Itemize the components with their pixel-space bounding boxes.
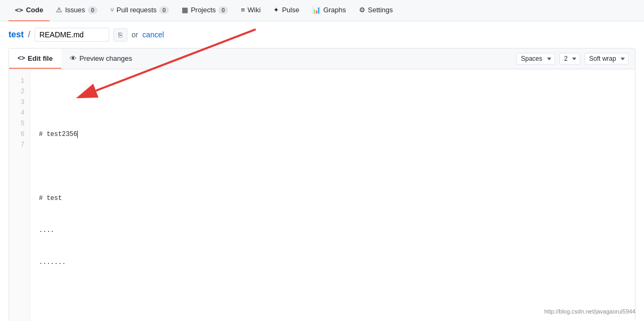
pr-icon: ⑂ — [110, 6, 114, 14]
spaces-select[interactable]: Spaces Tabs — [516, 53, 555, 65]
wiki-icon: ≡ — [241, 6, 245, 14]
code-line-4: # test — [39, 193, 626, 204]
indent-select[interactable]: 2 4 8 — [559, 53, 580, 65]
code-editor[interactable]: # test2356 # test .... ....... — [30, 69, 635, 321]
nav-item-graphs[interactable]: 📊 Graphs — [306, 0, 353, 21]
nav-item-issues[interactable]: ⚠ Issues 0 — [50, 0, 104, 21]
nav-label-projects: Projects — [191, 6, 216, 14]
issues-count: 0 — [88, 6, 97, 14]
line-num-2: 2 — [14, 86, 25, 97]
line-numbers: 1 2 3 4 5 6 7 — [9, 69, 30, 321]
pr-count: 0 — [159, 6, 169, 14]
code-line-7 — [39, 289, 626, 300]
tab-preview-label: Preview changes — [79, 54, 132, 62]
line-num-3: 3 — [14, 97, 25, 108]
code-line-2: # test2356 — [39, 129, 626, 140]
repo-link[interactable]: test — [9, 30, 23, 39]
code-line-1 — [39, 97, 626, 108]
nav-item-pullrequests[interactable]: ⑂ Pull requests 0 — [104, 0, 175, 21]
code-icon: <> — [15, 6, 23, 14]
line-num-6: 6 — [14, 129, 25, 140]
edit-icon: <> — [18, 54, 25, 62]
nav-item-wiki[interactable]: ≡ Wiki — [234, 0, 267, 21]
line-num-5: 5 — [14, 118, 25, 129]
nav-item-pulse[interactable]: ✦ Pulse — [267, 0, 306, 21]
code-line-3 — [39, 161, 626, 172]
breadcrumb-bar: test / ⎘ or cancel — [0, 21, 644, 48]
top-nav: <> Code ⚠ Issues 0 ⑂ Pull requests 0 ▦ P… — [0, 0, 644, 21]
nav-item-code[interactable]: <> Code — [9, 0, 50, 21]
code-line-5: .... — [39, 225, 626, 236]
projects-icon: ▦ — [182, 6, 188, 14]
wrap-select[interactable]: Soft wrap No wrap — [584, 53, 629, 65]
text-cursor — [77, 131, 78, 138]
nav-label-wiki: Wiki — [248, 6, 261, 14]
tab-edit-file[interactable]: <> Edit file — [9, 49, 61, 69]
line-num-4: 4 — [14, 108, 25, 118]
copy-icon: ⎘ — [118, 31, 123, 39]
editor-container: <> Edit file 👁 Preview changes Spaces Ta… — [9, 48, 635, 321]
graphs-icon: 📊 — [312, 6, 321, 14]
filename-input[interactable] — [35, 28, 109, 42]
editor-toolbar: <> Edit file 👁 Preview changes Spaces Ta… — [9, 49, 635, 69]
tab-preview-changes[interactable]: 👁 Preview changes — [61, 49, 141, 69]
nav-label-pulse: Pulse — [282, 6, 299, 14]
watermark: http://blog.csdn.net/javagaorui5944 — [544, 308, 635, 315]
cancel-link[interactable]: cancel — [142, 30, 164, 39]
nav-item-projects[interactable]: ▦ Projects 0 — [175, 0, 234, 21]
nav-label-code: Code — [26, 6, 44, 14]
breadcrumb-separator: / — [28, 30, 30, 39]
nav-label-graphs: Graphs — [323, 6, 346, 14]
copy-path-button[interactable]: ⎘ — [113, 28, 127, 42]
settings-icon: ⚙ — [359, 6, 365, 14]
nav-label-pr: Pull requests — [117, 6, 157, 14]
or-text: or — [132, 30, 138, 39]
eye-icon: 👁 — [70, 54, 77, 62]
editor-body: 1 2 3 4 5 6 7 # test2356 # test .... ...… — [9, 69, 635, 321]
code-line-6: ....... — [39, 257, 626, 268]
tab-edit-label: Edit file — [28, 54, 53, 62]
nav-label-settings: Settings — [368, 6, 393, 14]
nav-item-settings[interactable]: ⚙ Settings — [353, 0, 400, 21]
projects-count: 0 — [218, 6, 228, 14]
pulse-icon: ✦ — [273, 6, 279, 14]
toolbar-right: Spaces Tabs 2 4 8 Soft wrap No wrap — [516, 53, 635, 65]
line-num-7: 7 — [14, 140, 25, 150]
nav-label-issues: Issues — [65, 6, 85, 14]
issues-icon: ⚠ — [56, 6, 62, 14]
line-num-1: 1 — [14, 76, 25, 86]
